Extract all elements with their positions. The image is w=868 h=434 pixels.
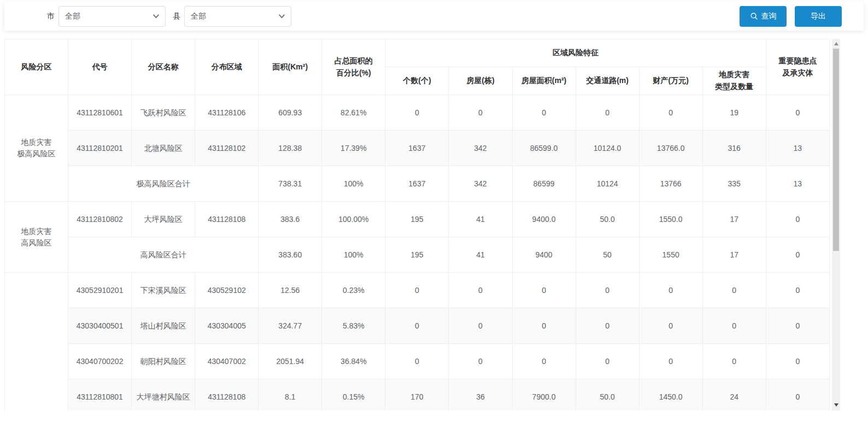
cell-value: 0 xyxy=(766,344,829,379)
cell-value: 19 xyxy=(702,95,766,131)
header-regional-features: 区域风险特征 xyxy=(385,39,766,67)
city-label: 市 xyxy=(47,11,55,21)
cell-value: 36 xyxy=(449,379,512,411)
cell-value: 0 xyxy=(702,308,766,344)
cell-area: 2051.94 xyxy=(259,344,322,379)
cell-percent: 82.61% xyxy=(322,95,385,131)
city-select[interactable]: 全部 xyxy=(58,6,166,27)
table-row: 43112810201北塘风险区431128102128.3817.39%163… xyxy=(5,131,830,166)
header-hazard-types: 地质灾害 类型及数量 xyxy=(702,67,766,95)
cell-value: 0 xyxy=(449,344,512,379)
cell-value: 0 xyxy=(576,95,639,131)
table-scrollbar[interactable] xyxy=(832,39,840,410)
cell-value: 0 xyxy=(576,308,639,344)
cell-value: 1550.0 xyxy=(639,202,702,237)
cell-percent: 5.83% xyxy=(322,308,385,344)
chevron-down-icon xyxy=(153,13,160,20)
cell-value: 0 xyxy=(449,95,512,131)
cell-value: 0 xyxy=(766,237,829,273)
cell-value: 0 xyxy=(639,308,702,344)
header-area: 面积(Km²) xyxy=(259,39,322,95)
cell-value: 195 xyxy=(385,202,449,237)
table-row: 地质灾害 极高风险区43112810601飞跃村风险区431128106609.… xyxy=(5,95,830,131)
table-row: 43112810801大坪塘村风险区4311281088.10.15%17036… xyxy=(5,379,830,411)
cell-zone-name: 飞跃村风险区 xyxy=(132,95,195,131)
cell-percent: 100% xyxy=(322,237,385,273)
cell-value: 0 xyxy=(766,95,829,131)
chevron-down-icon xyxy=(278,13,285,20)
cell-value: 195 xyxy=(385,237,449,273)
county-select[interactable]: 全部 xyxy=(184,6,291,27)
query-button-label: 查询 xyxy=(761,11,777,21)
header-risk-zone: 风险分区 xyxy=(5,39,68,95)
header-important: 重要隐患点 及承灾体 xyxy=(766,39,829,95)
header-distribution: 分布区域 xyxy=(195,39,259,95)
header-percent: 占总面积的 百分比(%) xyxy=(322,39,385,95)
cell-value: 0 xyxy=(639,95,702,131)
cell-value: 0 xyxy=(512,344,576,379)
cell-value: 10124.0 xyxy=(576,131,639,166)
cell-value: 9400.0 xyxy=(512,202,576,237)
risk-table: 风险分区 代号 分区名称 分布区域 面积(Km²) 占总面积的 百分比(%) 区… xyxy=(4,39,830,410)
cell-value: 0 xyxy=(576,273,639,308)
cell-value: 13766 xyxy=(639,166,702,202)
cell-value: 0 xyxy=(449,308,512,344)
cell-value: 17 xyxy=(702,202,766,237)
cell-zone-name: 北塘风险区 xyxy=(132,131,195,166)
cell-code: 43040700202 xyxy=(68,344,132,379)
cell-zone-name: 塔山村风险区 xyxy=(132,308,195,344)
cell-value: 0 xyxy=(766,273,829,308)
cell-area: 738.31 xyxy=(259,166,322,202)
cell-value: 50 xyxy=(576,237,639,273)
cell-area: 128.38 xyxy=(259,131,322,166)
cell-value: 7900.0 xyxy=(512,379,576,411)
export-button[interactable]: 导出 xyxy=(795,6,842,27)
cell-value: 24 xyxy=(702,379,766,411)
scroll-down-icon[interactable] xyxy=(832,401,840,409)
risk-zone-group-cell: 地质灾害 xyxy=(5,273,68,411)
cell-value: 0 xyxy=(639,344,702,379)
cell-value: 0 xyxy=(385,344,449,379)
scroll-thumb[interactable] xyxy=(833,49,839,251)
table-row: 43030400501塔山村风险区430304005324.775.83%000… xyxy=(5,308,830,344)
cell-value: 342 xyxy=(449,166,512,202)
cell-value: 0 xyxy=(639,273,702,308)
cell-value: 0 xyxy=(512,273,576,308)
cell-value: 0 xyxy=(385,273,449,308)
cell-area: 324.77 xyxy=(259,308,322,344)
cell-area: 383.60 xyxy=(259,237,322,273)
risk-zone-group-cell: 地质灾害 极高风险区 xyxy=(5,95,68,202)
cell-percent: 100% xyxy=(322,166,385,202)
cell-zone-name: 大坪风险区 xyxy=(132,202,195,237)
cell-value: 316 xyxy=(702,131,766,166)
cell-code: 43112810201 xyxy=(68,131,132,166)
subtotal-row: 极高风险区合计738.31100%16373428659910124137663… xyxy=(5,166,830,202)
toolbar: 市 全部 县 全部 查询 导出 xyxy=(4,2,864,31)
cell-area: 12.56 xyxy=(259,273,322,308)
cell-area: 609.93 xyxy=(259,95,322,131)
table-header: 风险分区 代号 分区名称 分布区域 面积(Km²) 占总面积的 百分比(%) 区… xyxy=(5,39,830,95)
cell-distribution: 431128102 xyxy=(195,131,259,166)
cell-code: 43112810801 xyxy=(68,379,132,411)
cell-value: 13 xyxy=(766,131,829,166)
cell-value: 1550 xyxy=(639,237,702,273)
subtotal-row: 高风险区合计383.60100%195419400501550170 xyxy=(5,237,830,273)
table-row: 地质灾害 高风险区43112810802大坪风险区431128108383.61… xyxy=(5,202,830,237)
query-button[interactable]: 查询 xyxy=(740,6,787,27)
cell-zone-name: 大坪塘村风险区 xyxy=(132,379,195,411)
cell-code: 43112810601 xyxy=(68,95,132,131)
cell-value: 342 xyxy=(449,131,512,166)
header-houses: 房屋(栋) xyxy=(449,67,512,95)
cell-distribution: 430407002 xyxy=(195,344,259,379)
cell-value: 0 xyxy=(766,308,829,344)
table-row: 地质灾害43052910201下宋溪风险区43052910212.560.23%… xyxy=(5,273,830,308)
header-code: 代号 xyxy=(68,39,132,95)
cell-value: 0 xyxy=(512,308,576,344)
cell-code: 43052910201 xyxy=(68,273,132,308)
cell-value: 1637 xyxy=(385,131,449,166)
cell-percent: 0.23% xyxy=(322,273,385,308)
cell-value: 0 xyxy=(766,379,829,411)
scroll-up-icon[interactable] xyxy=(832,39,840,48)
cell-value: 0 xyxy=(449,273,512,308)
cell-value: 41 xyxy=(449,202,512,237)
